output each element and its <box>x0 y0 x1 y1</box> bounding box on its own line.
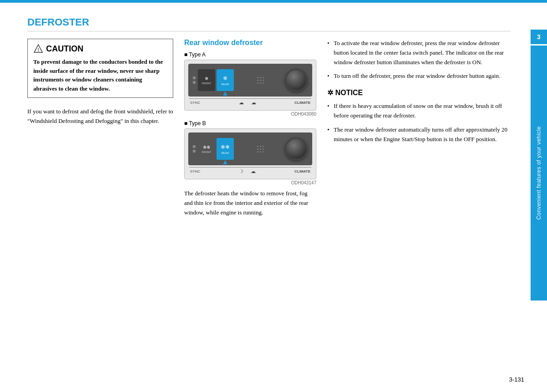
caution-icon: ! <box>33 44 43 54</box>
type-b-label: Type B <box>184 120 316 127</box>
side-tab: Convenient features of your vehicle <box>531 46 547 300</box>
caution-title: CAUTION <box>46 44 83 54</box>
odh-label-a: ODH043080 <box>184 112 316 117</box>
right-bullets: To activate the rear window defroster, p… <box>327 39 511 81</box>
caution-box: ! CAUTION To prevent damage to the condu… <box>27 39 173 98</box>
middle-column: Rear window defroster Type A ❄ FRONT <box>184 39 316 217</box>
caution-header: ! CAUTION <box>33 44 167 54</box>
panel-type-b: ❄❄ FRONT ❄❄ REAR ▲ <box>184 128 316 179</box>
chapter-number: 3 <box>531 30 547 44</box>
panel-b-knob[interactable] <box>285 137 308 160</box>
right-column: To activate the rear window defroster, p… <box>327 39 511 217</box>
notice-list: If there is heavy accumulation of snow o… <box>327 102 511 144</box>
main-content: DEFROSTER ! CAUTION To prevent damage to… <box>0 3 547 231</box>
panel-b-buttons: ❄❄ FRONT ❄❄ REAR ▲ <box>193 138 234 160</box>
rear-button-active[interactable]: ❄ REAR ▲ <box>217 69 234 91</box>
panel-description: The defroster heats the window to remove… <box>184 189 316 217</box>
subsection-title: Rear window defroster <box>184 39 316 47</box>
notice-item-2: The rear window defroster automatically … <box>327 125 511 144</box>
side-tab-label: Convenient features of your vehicle <box>536 126 542 220</box>
panel-a-control-row: ❄ FRONT ❄ REAR ▲ <box>188 64 312 97</box>
panel-b-control-row: ❄❄ FRONT ❄❄ REAR ▲ <box>188 132 312 165</box>
rear-button-b-active[interactable]: ❄❄ REAR ▲ <box>217 138 234 160</box>
bullet-item-1: To activate the rear window defroster, p… <box>327 39 511 67</box>
caution-text: To prevent damage to the conductors bond… <box>33 57 167 93</box>
notice-box: NOTICE If there is heavy accumulation of… <box>327 88 511 144</box>
front-button-b[interactable]: ❄❄ FRONT <box>198 138 215 160</box>
columns-layout: ! CAUTION To prevent damage to the condu… <box>27 39 511 217</box>
type-a-label: Type A <box>184 51 316 58</box>
panel-a-bottom: SYNC ☁ ☁ CLIMATE <box>188 99 312 107</box>
notice-item-1: If there is heavy accumulation of snow o… <box>327 102 511 121</box>
notice-title: NOTICE <box>327 88 511 97</box>
bullet-item-2: To turn off the defroster, press the rea… <box>327 71 511 81</box>
panel-type-a: ❄ FRONT ❄ REAR ▲ <box>184 60 316 111</box>
page-number: 3-131 <box>509 376 524 383</box>
odh-label-b: ODH043147 <box>184 180 316 185</box>
panel-a-knob[interactable] <box>285 69 308 92</box>
panel-a-buttons: ❄ FRONT ❄ REAR ▲ <box>193 69 234 91</box>
svg-text:!: ! <box>37 47 39 52</box>
panel-b-bottom: SYNC ☽ ☁ CLIMATE <box>188 168 312 175</box>
section-title: DEFROSTER <box>27 16 511 31</box>
left-note: If you want to defrost and defog the fro… <box>27 107 173 126</box>
left-column: ! CAUTION To prevent damage to the condu… <box>27 39 173 217</box>
front-button[interactable]: ❄ FRONT <box>198 69 215 91</box>
